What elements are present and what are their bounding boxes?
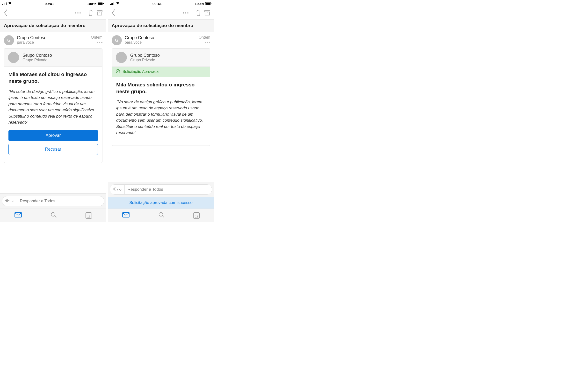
tab-search[interactable] xyxy=(51,212,57,219)
tab-bar: 12 xyxy=(0,208,106,222)
group-name: Grupo Contoso xyxy=(23,53,52,58)
trash-icon[interactable] xyxy=(88,9,94,16)
reply-bar: Responder a Todos xyxy=(0,193,106,208)
svg-point-15 xyxy=(116,69,120,73)
archive-icon[interactable] xyxy=(96,9,103,16)
svg-line-18 xyxy=(162,216,164,218)
svg-rect-16 xyxy=(123,212,129,217)
status-time: 09:41 xyxy=(120,2,195,6)
svg-line-8 xyxy=(55,216,56,218)
mail-time: Ontem xyxy=(91,35,102,40)
svg-rect-4 xyxy=(97,12,102,15)
request-title: Mila Moraes solicitou o ingresso neste g… xyxy=(116,81,206,95)
approved-banner: Solicitação Aprovada xyxy=(112,67,210,77)
approved-label: Solicitação Aprovada xyxy=(123,70,158,74)
chevron-down-icon xyxy=(11,199,14,204)
wifi-icon xyxy=(116,2,120,5)
reply-bar: Responder a Todos xyxy=(108,182,214,197)
svg-rect-6 xyxy=(15,212,22,217)
success-toast: Solicitação aprovada com sucesso xyxy=(108,197,214,208)
tab-mail[interactable] xyxy=(14,212,22,219)
status-time: 09:41 xyxy=(12,2,87,6)
group-avatar xyxy=(116,52,127,63)
svg-point-7 xyxy=(51,212,55,216)
battery-icon xyxy=(98,2,104,5)
group-name: Grupo Contoso xyxy=(130,53,160,58)
svg-rect-12 xyxy=(205,10,210,12)
toolbar xyxy=(0,6,106,19)
svg-rect-3 xyxy=(97,10,102,12)
request-card: Grupo Contoso Grupo Privado Solicitação … xyxy=(112,48,210,146)
mail-more-icon[interactable] xyxy=(91,42,102,43)
sender-name[interactable]: Grupo Contoso xyxy=(17,35,46,40)
request-title: Mila Moraes solicitou o ingresso neste g… xyxy=(8,71,98,85)
decline-button[interactable]: Recusar xyxy=(8,144,98,155)
reply-input[interactable]: Responder a Todos xyxy=(2,196,104,206)
wifi-icon xyxy=(8,2,12,5)
mail-header: G Grupo Contoso para você Ontem xyxy=(108,32,214,48)
group-avatar xyxy=(8,52,19,63)
battery-percent: 100% xyxy=(87,2,96,6)
tab-search[interactable] xyxy=(158,212,165,219)
back-icon[interactable] xyxy=(111,9,116,16)
sender-name[interactable]: Grupo Contoso xyxy=(125,35,154,40)
card-header: Grupo Contoso Grupo Privado xyxy=(112,49,210,67)
svg-rect-11 xyxy=(211,3,211,4)
svg-point-17 xyxy=(159,212,163,216)
mail-more-icon[interactable] xyxy=(199,42,210,43)
tab-mail[interactable] xyxy=(122,212,129,219)
status-bar: 09:41 100% xyxy=(0,0,106,6)
mail-header: G Grupo Contoso para você Ontem xyxy=(0,32,106,48)
recipient-line: para você xyxy=(125,40,154,45)
chevron-down-icon xyxy=(119,187,122,192)
svg-rect-1 xyxy=(98,3,103,5)
archive-icon[interactable] xyxy=(204,9,211,16)
subject: Aprovação de solicitação do membro xyxy=(0,19,106,32)
group-privacy: Grupo Privado xyxy=(23,58,52,62)
svg-rect-13 xyxy=(205,12,209,15)
check-circle-icon xyxy=(116,69,120,74)
calendar-icon: 12 xyxy=(86,212,92,219)
card-header: Grupo Contoso Grupo Privado xyxy=(4,49,102,67)
phone-screen-after: 09:41 100% Aprovação de solicitação do m… xyxy=(108,0,214,222)
request-message: “No setor de design gráfico e publicação… xyxy=(116,99,206,136)
svg-rect-2 xyxy=(103,3,104,4)
tab-calendar[interactable]: 12 xyxy=(86,212,92,219)
mail-time: Ontem xyxy=(199,35,210,40)
toolbar xyxy=(108,6,214,19)
request-card: Grupo Contoso Grupo Privado Mila Moraes … xyxy=(4,48,102,163)
request-message: “No setor de design gráfico e publicação… xyxy=(8,89,98,125)
phone-screen-before: 09:41 100% Aprovação de solicitação do m… xyxy=(0,0,106,222)
recipient-line: para você xyxy=(17,40,46,45)
back-icon[interactable] xyxy=(3,9,8,16)
reply-all-icon xyxy=(5,199,10,204)
tab-calendar[interactable]: 12 xyxy=(193,212,200,219)
svg-rect-10 xyxy=(206,3,210,5)
trash-icon[interactable] xyxy=(195,9,202,16)
reply-input[interactable]: Responder a Todos xyxy=(110,184,212,195)
reply-all-icon xyxy=(113,187,118,192)
more-icon[interactable] xyxy=(183,12,189,13)
subject: Aprovação de solicitação do membro xyxy=(108,19,214,32)
approve-button[interactable]: Aprovar xyxy=(8,130,98,141)
more-icon[interactable] xyxy=(75,12,81,13)
battery-percent: 100% xyxy=(195,2,204,6)
signal-icon xyxy=(110,2,114,5)
sender-avatar[interactable]: G xyxy=(112,35,122,45)
calendar-icon: 12 xyxy=(193,212,200,219)
sender-avatar[interactable]: G xyxy=(4,35,14,45)
group-privacy: Grupo Privado xyxy=(130,58,160,62)
signal-icon xyxy=(2,2,7,5)
tab-bar: 12 xyxy=(108,208,214,222)
status-bar: 09:41 100% xyxy=(108,0,214,6)
reply-placeholder: Responder a Todos xyxy=(125,187,163,192)
battery-icon xyxy=(205,2,212,5)
reply-placeholder: Responder a Todos xyxy=(17,199,55,204)
